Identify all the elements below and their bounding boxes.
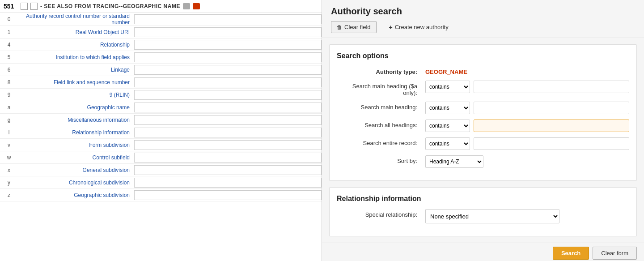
subfield-input[interactable] xyxy=(134,14,322,24)
subfield-input[interactable] xyxy=(134,77,322,87)
field-checkbox-1[interactable] xyxy=(21,3,28,10)
bottom-action-bar: Search Clear form xyxy=(322,243,644,261)
subfield-input[interactable] xyxy=(134,153,322,163)
table-row: aGeographic name xyxy=(0,101,322,114)
subfield-label: Real World Object URI xyxy=(18,29,134,35)
subfield-label: Chronological subdivision xyxy=(18,180,134,186)
field-checkbox-2[interactable] xyxy=(30,3,38,10)
subfield-label: Geographic subdivision xyxy=(18,192,134,198)
search-main-heading-sa-input[interactable] xyxy=(474,81,629,93)
left-panel: 551 - SEE ALSO FROM TRACING--GEOGRAPHIC … xyxy=(0,0,322,261)
subfield-label: Authority record control number or stand… xyxy=(18,13,134,26)
table-row: iRelationship information xyxy=(0,126,322,139)
search-main-heading-row: Search main heading: contains starts wit… xyxy=(337,102,629,114)
field-delete-icon[interactable] xyxy=(193,3,200,9)
subfield-index: 1 xyxy=(0,29,18,35)
subfield-input[interactable] xyxy=(134,115,322,125)
subfield-input[interactable] xyxy=(134,140,322,150)
trash-icon xyxy=(337,24,342,30)
table-row: xGeneral subdivision xyxy=(0,164,322,176)
subfield-label: Control subfield xyxy=(18,154,134,161)
table-row: 5Institution to which field applies xyxy=(0,51,322,64)
create-new-authority-button[interactable]: Create new authority xyxy=(384,21,454,33)
subfield-input[interactable] xyxy=(134,165,322,175)
search-entire-record-row: Search entire record: contains starts wi… xyxy=(337,137,629,150)
clear-form-button[interactable]: Clear form xyxy=(593,247,637,260)
search-entire-record-label: Search entire record: xyxy=(337,137,422,146)
subfield-index: a xyxy=(0,104,18,111)
sort-by-select[interactable]: Heading A-Z Heading Z-A Relevance xyxy=(425,155,483,168)
right-header: Authority search Clear field Create new … xyxy=(322,0,644,38)
table-row: vForm subdivision xyxy=(0,139,322,151)
table-row: yChronological subdivision xyxy=(0,176,322,189)
subfield-index: 4 xyxy=(0,42,18,48)
subfield-index: 6 xyxy=(0,67,18,73)
search-all-headings-label: Search all headings: xyxy=(337,120,422,128)
subfield-index: 8 xyxy=(0,79,18,86)
authority-type-value: GEOGR_NAME xyxy=(425,66,467,75)
table-row: gMiscellaneous information xyxy=(0,114,322,126)
subfield-input[interactable] xyxy=(134,178,322,188)
table-row: 99 (RLIN) xyxy=(0,89,322,101)
clear-field-button[interactable]: Clear field xyxy=(331,21,377,33)
table-row: 4Relationship xyxy=(0,39,322,51)
subfield-input[interactable] xyxy=(134,52,322,62)
search-main-heading-sa-select[interactable]: contains starts with exact xyxy=(425,81,470,93)
search-options-title: Search options xyxy=(337,52,629,60)
subfield-label: Form subdivision xyxy=(18,142,134,148)
subfield-input[interactable] xyxy=(134,40,322,50)
search-entire-record-input[interactable] xyxy=(474,137,629,150)
subfield-input[interactable] xyxy=(134,27,322,37)
subfield-index: 0 xyxy=(0,16,18,22)
subfield-input[interactable] xyxy=(134,103,322,112)
right-panel: Authority search Clear field Create new … xyxy=(322,0,644,261)
subfield-input[interactable] xyxy=(134,128,322,137)
table-row: wControl subfield xyxy=(0,151,322,164)
search-entire-record-select[interactable]: contains starts with exact xyxy=(425,137,470,150)
field-link-icon[interactable] xyxy=(183,3,190,9)
search-options-section: Search options Authority type: GEOGR_NAM… xyxy=(329,44,637,181)
search-main-heading-select[interactable]: contains starts with exact xyxy=(425,102,470,114)
subfield-label: Field link and sequence number xyxy=(18,79,134,86)
subfield-input[interactable] xyxy=(134,90,322,100)
subfield-index: z xyxy=(0,192,18,198)
special-relationship-select[interactable]: None specified Earlier heading Later hea… xyxy=(425,209,559,223)
subfield-label: Miscellaneous information xyxy=(18,117,134,123)
subfield-label: Relationship xyxy=(18,42,134,48)
subfield-label: Linkage xyxy=(18,67,134,73)
relationship-info-title: Relationship information xyxy=(337,195,629,203)
table-row: zGeographic subdivision xyxy=(0,189,322,201)
subfields-list: 0Authority record control number or stan… xyxy=(0,13,322,201)
search-all-headings-input[interactable] xyxy=(474,120,629,132)
search-main-heading-sa-row: Search main heading ($a only): contains … xyxy=(337,81,629,96)
header-actions: Clear field Create new authority xyxy=(331,21,635,33)
authority-type-label: Authority type: xyxy=(337,66,422,75)
subfield-label: Relationship information xyxy=(18,129,134,136)
subfield-index: 5 xyxy=(0,54,18,60)
subfield-index: 9 xyxy=(0,92,18,98)
subfield-label: General subdivision xyxy=(18,167,134,173)
relationship-info-section: Relationship information Special relatio… xyxy=(329,187,637,236)
subfield-input[interactable] xyxy=(134,190,322,200)
special-relationship-row: Special relationship: None specified Ear… xyxy=(337,209,629,223)
subfield-input[interactable] xyxy=(134,65,322,75)
field-title: - SEE ALSO FROM TRACING--GEOGRAPHIC NAME xyxy=(40,3,180,9)
subfield-index: w xyxy=(0,154,18,161)
subfield-label: Institution to which field applies xyxy=(18,54,134,60)
field-header: 551 - SEE ALSO FROM TRACING--GEOGRAPHIC … xyxy=(0,0,322,13)
clear-field-label: Clear field xyxy=(344,24,371,30)
subfield-index: g xyxy=(0,117,18,123)
search-all-headings-select[interactable]: contains starts with exact xyxy=(425,120,470,132)
sort-by-row: Sort by: Heading A-Z Heading Z-A Relevan… xyxy=(337,155,629,168)
panel-title: Authority search xyxy=(331,6,635,17)
table-row: 8Field link and sequence number xyxy=(0,76,322,89)
search-main-heading-input[interactable] xyxy=(474,102,629,114)
subfield-index: y xyxy=(0,180,18,186)
sort-by-label: Sort by: xyxy=(337,155,422,164)
search-button[interactable]: Search xyxy=(553,247,589,260)
plus-icon xyxy=(389,24,393,31)
subfield-label: 9 (RLIN) xyxy=(18,92,134,98)
table-row: 0Authority record control number or stan… xyxy=(0,13,322,26)
table-row: 6Linkage xyxy=(0,64,322,76)
table-row: 1Real World Object URI xyxy=(0,26,322,39)
